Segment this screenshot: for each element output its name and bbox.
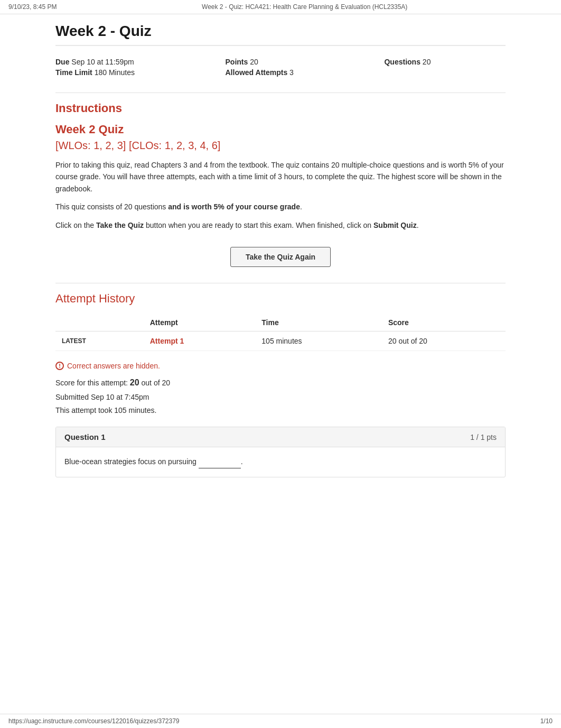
para2-start: This quiz consists of 20 questions <box>55 202 168 211</box>
meta-grid: Due Sep 10 at 11:59pm Points 20 Question… <box>55 52 506 82</box>
attempts-label: Allowed Attempts <box>226 68 288 77</box>
attempt-table: Attempt Time Score LATEST Attempt 1 105 … <box>55 314 506 351</box>
timelimit-value: 180 Minutes <box>95 68 135 77</box>
due-item: Due Sep 10 at 11:59pm <box>55 58 210 66</box>
correct-answers-notice: ! Correct answers are hidden. <box>55 362 506 370</box>
para2-bold: and is worth 5% of your course grade <box>168 202 300 211</box>
quiz-title: Week 2 - Quiz <box>55 23 506 46</box>
separator-1 <box>55 93 506 93</box>
latest-label: LATEST <box>55 331 144 351</box>
question-1-title: Question 1 <box>64 432 106 441</box>
questions-value: 20 <box>423 58 431 66</box>
attempts-value: 3 <box>289 68 294 77</box>
para3-mid: button when you are ready to start this … <box>144 221 373 229</box>
question-1-pts: 1 / 1 pts <box>470 433 497 441</box>
take-quiz-area: Take the Quiz Again <box>55 247 506 267</box>
score-details: Score for this attempt: 20 out of 20 Sub… <box>55 375 506 417</box>
correct-answers-text: Correct answers are hidden. <box>67 362 160 370</box>
page-title: Week 2 - Quiz: HCA421: Health Care Plann… <box>202 3 407 11</box>
attempt-link-cell[interactable]: Attempt 1 <box>144 331 256 351</box>
question-1-text: Blue-ocean strategies focus on pursuing <box>64 457 197 466</box>
timelimit-label: Time Limit <box>55 68 92 77</box>
score-line1: Score for this attempt: 20 out of 20 <box>55 375 506 391</box>
score-line1-start: Score for this attempt: <box>55 379 130 387</box>
page-wrapper: Week 2 - Quiz Due Sep 10 at 11:59pm Poin… <box>43 14 518 509</box>
attempt-time: 105 minutes <box>255 331 382 351</box>
para2-end: . <box>300 202 302 211</box>
col-label-header <box>55 314 144 331</box>
question-1-block: Question 1 1 / 1 pts Blue-ocean strategi… <box>55 427 506 477</box>
due-label: Due <box>55 58 69 66</box>
score-line1-end: out of 20 <box>139 379 170 387</box>
para3-bold2: Submit Quiz <box>373 221 417 229</box>
take-quiz-again-button[interactable]: Take the Quiz Again <box>230 247 331 267</box>
score-line3: This attempt took 105 minutes. <box>55 404 506 417</box>
question-1-body: Blue-ocean strategies focus on pursuing … <box>56 447 505 476</box>
score-num: 20 <box>130 378 139 387</box>
due-value: Sep 10 at 11:59pm <box>71 58 134 66</box>
attempt-score: 20 out of 20 <box>382 331 506 351</box>
col-time-header: Time <box>255 314 382 331</box>
points-item: Points 20 <box>226 58 369 66</box>
quiz-subtitle: Week 2 Quiz <box>55 123 506 136</box>
timelimit-item: Time Limit 180 Minutes <box>55 68 210 77</box>
questions-item: Questions 20 <box>384 58 506 66</box>
para3-start: Click on the <box>55 221 96 229</box>
instructions-heading: Instructions <box>55 102 506 115</box>
points-label: Points <box>226 58 248 66</box>
attempt-history-heading: Attempt History <box>55 283 506 306</box>
question-1-header: Question 1 1 / 1 pts <box>56 427 505 447</box>
instructions-para1: Prior to taking this quiz, read Chapters… <box>55 159 506 195</box>
question-1-blank <box>199 456 241 468</box>
points-value: 20 <box>250 58 258 66</box>
attempt-link[interactable]: Attempt 1 <box>150 337 184 345</box>
instructions-para3: Click on the Take the Quiz button when y… <box>55 219 506 231</box>
attempts-item: Allowed Attempts 3 <box>226 68 369 77</box>
timestamp: 9/10/23, 8:45 PM <box>8 3 57 11</box>
instructions-para2: This quiz consists of 20 questions and i… <box>55 201 506 213</box>
wlos-line: [WLOs: 1, 2, 3] [CLOs: 1, 2, 3, 4, 6] <box>55 140 506 152</box>
para3-end: . <box>417 221 419 229</box>
table-header-row: Attempt Time Score <box>55 314 506 331</box>
questions-label: Questions <box>384 58 420 66</box>
info-icon: ! <box>55 362 64 370</box>
para3-bold1: Take the Quiz <box>96 221 144 229</box>
col-score-header: Score <box>382 314 506 331</box>
score-line2: Submitted Sep 10 at 7:45pm <box>55 391 506 404</box>
col-attempt-header: Attempt <box>144 314 256 331</box>
table-row: LATEST Attempt 1 105 minutes 20 out of 2… <box>55 331 506 351</box>
top-bar: 9/10/23, 8:45 PM Week 2 - Quiz: HCA421: … <box>0 0 561 14</box>
